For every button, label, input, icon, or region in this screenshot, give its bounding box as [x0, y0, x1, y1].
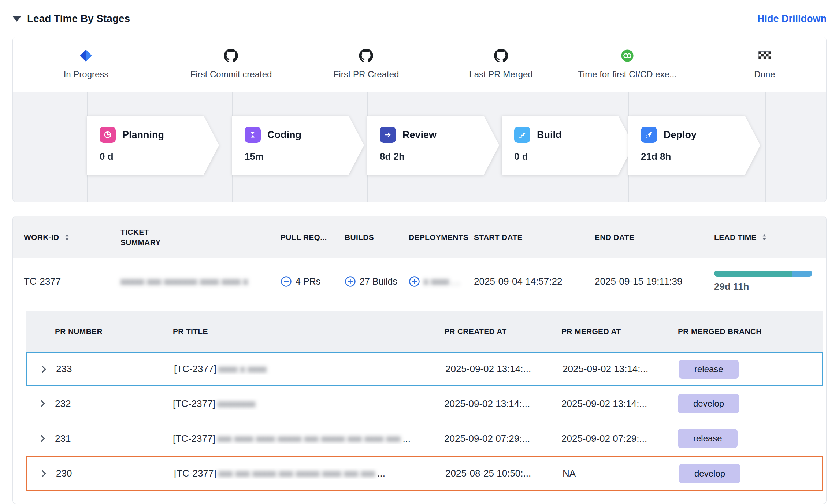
work-item-row[interactable]: TC-2377 xxxxx xxx xxxxxxx xxxx xxxx x 4 …: [13, 258, 826, 305]
redacted-text: xxx xxxx xxxx xxxxx xxx xxxxx xxx xxxx x…: [218, 433, 401, 444]
milestone-label: Last PR Merged: [469, 69, 532, 79]
pr-merged-at-cell: 2025-09-02 13:14:...: [563, 363, 679, 375]
plus-circle-icon[interactable]: [409, 276, 420, 287]
deploy-rocket-icon: [641, 127, 657, 143]
branch-badge: release: [679, 360, 739, 379]
header-label: LEAD TIME: [714, 233, 757, 242]
header-ticket-summary: TICKET SUMMARY: [120, 227, 281, 247]
panel-header: Lead Time By Stages Hide Drilldown: [12, 8, 827, 29]
start-date-cell: 2025-09-04 14:57:22: [474, 276, 595, 287]
milestone-cicd: Time for first CI/CD exe...: [578, 48, 677, 79]
milestone-in-progress: In Progress: [64, 48, 109, 79]
collapse-toggle-icon[interactable]: [12, 16, 21, 22]
in-progress-diamond-icon: [79, 48, 93, 63]
pr-number-cell: 232: [55, 398, 173, 410]
redacted-text: xxx xxx xxxxx xxx xxxxx xxxx xxx xxx: [219, 468, 375, 479]
review-icon: [380, 127, 396, 143]
milestone-label: First PR Created: [334, 69, 399, 79]
pr-title-cell: [TC-2377] xxx xxxx xxxx xxxxx xxx xxxxx …: [173, 433, 444, 444]
milestone-label: Done: [754, 69, 775, 79]
builds-cell[interactable]: 27 Builds: [345, 276, 409, 287]
planning-icon: [100, 127, 116, 143]
expand-chevron-icon[interactable]: [26, 399, 55, 409]
pr-created-at-cell: 2025-08-25 10:50:...: [445, 468, 563, 479]
pr-title-cell: [TC-2377] xxxx x xxxx: [174, 363, 445, 375]
header-lead-time[interactable]: LEAD TIME: [714, 233, 815, 242]
page-title: Lead Time By Stages: [27, 13, 130, 25]
header-end-date: END DATE: [595, 233, 714, 242]
pr-title-suffix: ...: [377, 468, 385, 479]
work-items-table: WORK-ID TICKET SUMMARY PULL REQ... BUILD…: [12, 216, 827, 504]
sort-icon[interactable]: [760, 233, 768, 241]
pr-merged-at-cell: 2025-09-02 07:29:...: [561, 433, 678, 444]
pr-title-prefix: [TC-2377]: [174, 363, 216, 375]
pr-merged-branch-cell: release: [679, 360, 822, 379]
pr-created-at-cell: 2025-09-02 13:14:...: [444, 398, 561, 410]
milestone-label: Time for first CI/CD exe...: [578, 69, 677, 79]
stage-coding: Coding 15m: [232, 116, 364, 175]
builds-count: 27 Builds: [360, 276, 397, 287]
lead-time-by-stages-panel: Lead Time By Stages Hide Drilldown In Pr…: [0, 0, 839, 504]
stage-name: Planning: [122, 129, 164, 141]
header-pr-merged-branch: PR MERGED BRANCH: [678, 326, 823, 337]
pull-requests-cell[interactable]: 4 PRs: [281, 276, 345, 287]
branch-badge: develop: [679, 464, 740, 483]
milestone-first-commit: First Commit created: [190, 48, 272, 79]
pr-merged-branch-cell: develop: [679, 464, 822, 483]
stages-card: In Progress First Commit created First P…: [12, 37, 827, 202]
github-icon: [224, 48, 238, 63]
pr-created-at-cell: 2025-09-02 07:29:...: [444, 433, 561, 444]
lead-bar-segment-blue: [792, 271, 812, 277]
milestone-last-pr-merged: Last PR Merged: [469, 48, 532, 79]
expand-chevron-icon[interactable]: [27, 468, 56, 479]
pr-table: PR NUMBER PR TITLE PR CREATED AT PR MERG…: [26, 311, 823, 491]
header-label: PULL REQ...: [281, 233, 327, 242]
expand-chevron-icon[interactable]: [26, 433, 55, 444]
stage-name: Deploy: [664, 129, 697, 141]
pr-created-at-cell: 2025-09-02 13:14:...: [445, 363, 563, 375]
header-work-id[interactable]: WORK-ID: [24, 233, 120, 242]
pr-row-233[interactable]: 233 [TC-2377] xxxx x xxxx 2025-09-02 13:…: [26, 352, 823, 386]
pr-title-prefix: [TC-2377]: [174, 468, 216, 479]
pr-number-cell: 230: [56, 468, 174, 479]
stage-name: Review: [402, 129, 437, 141]
pr-title-cell: [TC-2377] xxx xxx xxxxx xxx xxxxx xxxx x…: [174, 468, 445, 479]
header-label: DEPLOYMENTS: [409, 233, 468, 242]
pr-title-prefix: [TC-2377]: [173, 433, 215, 444]
lead-time-cell: 29d 11h: [714, 271, 815, 292]
hide-drilldown-link[interactable]: Hide Drilldown: [757, 13, 827, 25]
ticket-summary-cell: xxxxx xxx xxxxxxx xxxx xxxx x: [120, 276, 281, 287]
header-pr-title: PR TITLE: [173, 327, 444, 336]
sort-icon[interactable]: [63, 233, 71, 241]
lead-time-bar: [714, 271, 812, 277]
stage-name: Coding: [267, 129, 301, 141]
lead-time-value: 29d 11h: [714, 281, 815, 292]
pr-row-232[interactable]: 232 [TC-2377] xxxxxxxx 2025-09-02 13:14:…: [26, 386, 823, 421]
pr-title-cell: [TC-2377] xxxxxxxx: [173, 398, 444, 410]
milestone-first-pr: First PR Created: [334, 48, 399, 79]
branch-badge: release: [678, 429, 738, 448]
header-label: END DATE: [595, 233, 634, 242]
pr-number-cell: 231: [55, 433, 173, 444]
stage-name: Build: [537, 129, 562, 141]
minus-circle-icon[interactable]: [281, 276, 292, 287]
lead-bar-segment-teal: [714, 271, 792, 277]
header-label: START DATE: [474, 233, 523, 242]
plus-circle-icon[interactable]: [345, 276, 356, 287]
pr-row-231[interactable]: 231 [TC-2377] xxx xxxx xxxx xxxxx xxx xx…: [26, 421, 823, 456]
redacted-text: xxxxxxxx: [218, 398, 256, 410]
header-pull-requests: PULL REQ...: [281, 233, 345, 242]
header-label: TICKET SUMMARY: [120, 227, 166, 247]
deployments-cell[interactable]: x xxxx . .: [409, 276, 474, 287]
milestone-label: In Progress: [64, 69, 109, 79]
pr-number-cell: 233: [56, 363, 174, 375]
pr-row-230[interactable]: 230 [TC-2377] xxx xxx xxxxx xxx xxxxx xx…: [26, 456, 823, 491]
redacted-text: xxxxx xxx xxxxxxx xxxx xxxx x: [120, 276, 248, 287]
milestone-done: Done: [754, 48, 775, 79]
expand-chevron-icon[interactable]: [27, 364, 56, 374]
pr-merged-at-cell: 2025-09-02 13:14:...: [561, 398, 678, 410]
stage-planning: Planning 0 d: [87, 116, 219, 175]
pr-merged-at-cell: NA: [563, 468, 679, 479]
header-deployments: DEPLOYMENTS: [409, 233, 474, 242]
cicd-green-icon: [621, 48, 634, 63]
